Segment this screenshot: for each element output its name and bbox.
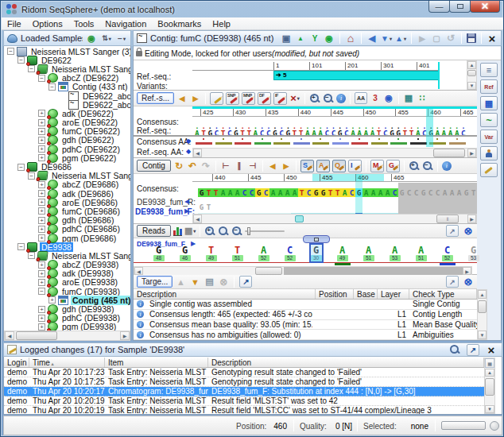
edit-handle[interactable]: [303, 235, 330, 243]
tree-item[interactable]: +fumC (DE9622): [4, 127, 130, 136]
scroll-down-arrow[interactable]: ▼: [485, 405, 494, 413]
tree-item[interactable]: +aroE (DE9938): [4, 278, 130, 287]
trace-base-call[interactable]: C: [443, 245, 452, 256]
log-row[interactable]: demoThu Apr 20 10:20:17 CE...Chromatogra…: [4, 387, 484, 396]
globe-green-icon[interactable]: ◉: [324, 33, 335, 44]
tree-item[interactable]: DE9622_abc_R (7: [4, 91, 130, 100]
tree-expander[interactable]: +: [38, 270, 45, 277]
zoom-out-icon[interactable]: −: [323, 93, 334, 104]
reads-dock-icon[interactable]: [480, 146, 498, 160]
down-arrow-icon[interactable]: ▼: [189, 277, 200, 288]
maximize-button[interactable]: [449, 1, 471, 13]
consensus-base[interactable]: A: [277, 188, 284, 197]
contig-button[interactable]: Contig: [137, 160, 171, 172]
tree-item[interactable]: +abcZ (DE9938): [4, 261, 130, 269]
column-header[interactable]: Login: [4, 358, 29, 367]
tree-expander[interactable]: +: [48, 296, 56, 304]
log-vscrollbar[interactable]: ▦ ▲ ▼: [484, 358, 495, 414]
back-icon[interactable]: ◀: [366, 33, 378, 44]
consensus-base[interactable]: G: [198, 188, 205, 197]
tree-expander[interactable]: +: [38, 154, 45, 161]
scroll-down-arrow[interactable]: ▼: [478, 331, 487, 339]
stop-codon-icon[interactable]: 3: [370, 93, 381, 104]
tree-item[interactable]: +pgm (DE9938): [4, 323, 130, 331]
toolbar-mnp-pencil-icon[interactable]: MNP: [242, 92, 255, 105]
grid-icon[interactable]: ▦▾: [184, 226, 196, 237]
menu-item-navigation[interactable]: Navigation: [99, 18, 152, 29]
menu-item-file[interactable]: File: [2, 18, 27, 29]
scroll-left-arrow[interactable]: ◀: [5, 331, 14, 340]
tree-item[interactable]: +fumC (DE9686): [4, 207, 130, 215]
tree-item[interactable]: +abcZ (DE9686): [4, 180, 130, 189]
trace-base-call[interactable]: A: [417, 245, 426, 256]
aa-icon[interactable]: AA: [355, 92, 367, 104]
tree-item[interactable]: +aroE (DE9622): [4, 118, 130, 127]
reads-button[interactable]: Reads: [137, 225, 171, 237]
trace-base-call[interactable]: G: [469, 245, 479, 256]
trace-base-call[interactable]: G: [154, 245, 164, 256]
collapse-all-icon[interactable]: −▾: [116, 33, 127, 44]
tree-expander[interactable]: +: [38, 119, 45, 126]
tree-expander[interactable]: −: [17, 243, 25, 250]
trace-dock-icon[interactable]: ~: [480, 113, 498, 127]
scroll-thumb[interactable]: ⫴: [436, 215, 459, 223]
scroll-thumb[interactable]: [478, 300, 487, 313]
column-header[interactable]: Description: [208, 358, 484, 367]
trace-base-call[interactable]: G: [180, 245, 190, 256]
consensus-base[interactable]: T: [334, 188, 341, 197]
trim-both-icon[interactable]: ∥: [234, 160, 245, 172]
log-row[interactable]: demoThu Apr 20 10:17:23 CE...Task Entry:…: [4, 368, 484, 377]
toolbar-edit-pencil-icon[interactable]: [210, 92, 223, 105]
tree-expander[interactable]: +: [38, 315, 45, 322]
consensus-base[interactable]: G: [320, 188, 327, 197]
tree-item[interactable]: +pdhC (DE9686): [4, 225, 130, 234]
tree-expander[interactable]: +: [38, 128, 45, 135]
target-button[interactable]: Targe...: [137, 276, 173, 288]
tree-item[interactable]: −DE9938: [4, 242, 130, 251]
reassemble-icon[interactable]: ↻: [173, 160, 184, 172]
search-icon[interactable]: [449, 344, 460, 355]
consensus-base[interactable]: A: [219, 188, 227, 197]
checks-vscrollbar[interactable]: ▲ ▼: [477, 289, 487, 340]
ref-dock-icon[interactable]: Ref: [480, 79, 498, 94]
zoom-slider[interactable]: [245, 226, 285, 236]
scroll-up-arrow[interactable]: ▲: [478, 290, 487, 299]
world-refresh-icon[interactable]: ◉: [86, 33, 97, 44]
scroll-thumb[interactable]: [16, 331, 57, 340]
down-nav-icon[interactable]: ▼▾: [381, 33, 392, 44]
clear-edit-icon[interactable]: ×▾: [289, 93, 300, 104]
popout-icon[interactable]: ↗: [446, 225, 459, 237]
check-row[interactable]: iSingle contig was assembledSingle Conti…: [134, 300, 477, 310]
scroll-thumb[interactable]: [485, 378, 494, 396]
up-nav-icon[interactable]: ▲▾: [395, 33, 406, 44]
edit-dock-icon[interactable]: [480, 163, 498, 177]
tree-expander[interactable]: +: [38, 226, 45, 233]
toolbar-quality-toggle-icon[interactable]: Q: [332, 160, 346, 172]
scroll-left-arrow[interactable]: ◀: [193, 149, 202, 157]
tree-item[interactable]: −fumC (DE9938): [4, 287, 130, 296]
toolbar-gap-toggle-icon[interactable]: G: [386, 160, 400, 172]
overview-dock-icon[interactable]: ≡: [480, 63, 498, 77]
tree-item[interactable]: +pdhC (DE9622): [4, 145, 130, 153]
tree-hscrollbar[interactable]: ◀ ▶: [4, 331, 130, 341]
scroll-thumb[interactable]: [467, 70, 476, 76]
alignment-dock-icon[interactable]: ▦: [480, 96, 498, 110]
tree-item[interactable]: +aroE (DE9686): [4, 198, 130, 207]
column-header[interactable]: Check Type: [409, 289, 477, 299]
tree-expander[interactable]: +: [38, 279, 45, 286]
consensus-base[interactable]: T: [212, 188, 219, 197]
toolbar-snp-pencil-icon[interactable]: SNP: [226, 92, 239, 105]
consensus-base[interactable]: A: [384, 188, 391, 197]
trim-left-icon[interactable]: ⊢: [220, 160, 231, 172]
toolbar-seq-toggle-icon[interactable]: S: [300, 160, 314, 172]
consensus-base[interactable]: A: [341, 188, 348, 197]
selected-base-box[interactable]: [309, 243, 324, 263]
undo-gold-icon[interactable]: ↶: [187, 160, 198, 172]
column-header[interactable]: Base: [354, 289, 378, 299]
tree-item[interactable]: −DE9622: [4, 56, 130, 64]
next-diff-icon[interactable]: ▶: [281, 160, 292, 172]
check-row[interactable]: iConsensus length: 465 (expected: 465 +/…: [134, 310, 477, 320]
menu-item-options[interactable]: Options: [27, 18, 68, 29]
column-header[interactable]: Item: [105, 358, 208, 367]
tree-item[interactable]: +pgm (DE9686): [4, 234, 130, 242]
